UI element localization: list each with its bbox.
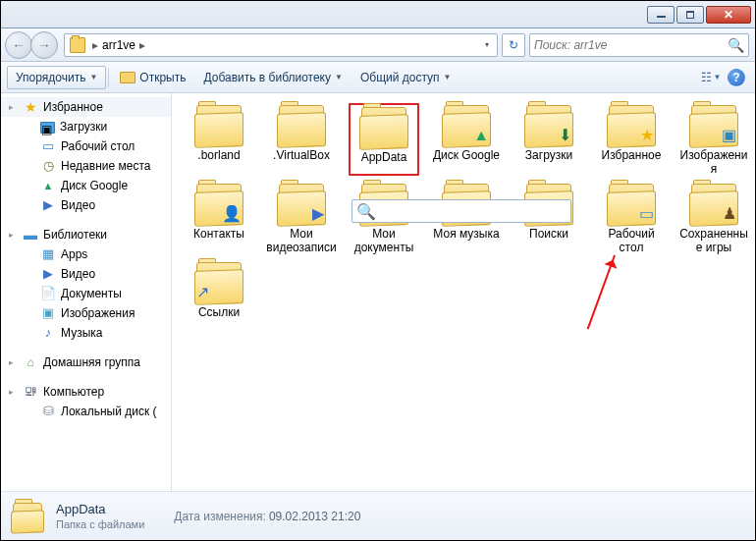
folder-item[interactable]: 👤Контакты [184,182,254,254]
tree-item[interactable]: ⛁Локальный диск ( [1,402,171,421]
folder-item[interactable]: ★Избранное [596,103,667,176]
expand-icon[interactable]: ▸ [7,103,16,112]
status-sub: Папка с файлами [56,518,144,530]
folder-item[interactable]: ▣Изображения [678,103,749,176]
open-button[interactable]: Открыть [111,66,194,89]
back-button[interactable]: ← [5,31,32,59]
overlay-icon: ⬇ [559,126,571,144]
organize-button[interactable]: Упорядочить ▼ [7,66,106,89]
address-dropdown-icon[interactable]: ▾ [479,40,495,49]
folder-item[interactable]: 🔍Поиски [513,182,584,254]
tree-label: Изображения [61,306,135,320]
tree-homegroup[interactable]: ▸ ⌂ Домашняя группа [1,352,171,372]
app-icon: ▦ [40,246,56,262]
folder-label: Сохраненные игры [678,227,749,254]
refresh-button[interactable]: ↻ [502,33,525,57]
minimize-icon [657,16,666,18]
refresh-icon: ↻ [509,38,518,52]
tree-item[interactable]: ▣Изображения [1,303,171,323]
overlay-icon: ▶ [312,204,324,223]
tree-label: Рабочий стол [61,139,135,153]
search-box[interactable]: 🔍 [529,33,749,57]
tree-label: Избранное [43,100,103,114]
help-icon: ? [732,71,739,84]
folder-item[interactable]: ↗Ссылки [184,260,254,319]
tree-item[interactable]: ▶Видео [1,195,171,215]
dropdown-icon: ▼ [714,73,722,81]
folder-label: Загрузки [513,148,584,162]
tree-favorites[interactable]: ▸ ★ Избранное [1,97,171,117]
status-name: AppData [56,502,144,516]
separator [108,68,109,87]
folder-item[interactable]: ♟Сохраненные игры [678,182,749,254]
navigation-pane[interactable]: ▸ ★ Избранное ▣Загрузки▭Рабочий стол◷Нед… [1,93,172,491]
tree-item[interactable]: ▲Диск Google [1,176,171,195]
overlay-icon: ▣ [722,126,736,144]
computer-icon: 🖳 [23,384,38,400]
folder-item[interactable]: ▲Диск Google [431,103,502,176]
tree-label: Недавние места [61,159,150,173]
details-pane: AppData Папка с файлами Дата изменения: … [1,491,755,540]
tree-label: Видео [61,267,95,281]
tree-item[interactable]: ▦Apps [1,244,171,264]
folder-label: Диск Google [431,148,502,162]
tree-item[interactable]: ▣Загрузки [1,117,171,136]
expand-icon[interactable]: ▸ [7,388,16,397]
folder-icon [357,105,410,148]
tree-item[interactable]: 📄Документы [1,284,171,303]
clock-icon: ◷ [40,158,56,174]
minimize-button[interactable] [647,6,675,24]
folder-item[interactable]: .VirtualBox [266,103,337,176]
vid-icon: ▶ [40,197,56,213]
add-to-library-label: Добавить в библиотеку [203,71,331,84]
folder-label: Моя музыка [431,227,502,241]
folder-item[interactable]: ⬇Загрузки [513,103,584,176]
desk-icon: ▭ [40,138,56,154]
folder-open-icon [120,72,135,83]
tree-label: Загрузки [60,120,107,134]
tree-item[interactable]: ♪Музыка [1,323,171,343]
libraries-icon: ▬ [23,227,38,243]
tree-item[interactable]: ▭Рабочий стол [1,136,171,156]
close-icon: ✕ [724,8,733,22]
drive-icon: ⛁ [40,404,56,419]
search-input[interactable] [534,38,728,52]
add-to-library-button[interactable]: Добавить в библиотеку ▼ [194,66,351,89]
tree-label: Домашняя группа [43,355,140,369]
overlay-icon: ▭ [639,204,654,223]
address-bar[interactable]: ▸ arr1ve ▸ ▾ [64,33,498,57]
search-icon: 🔍 [728,37,744,53]
tree-label: Apps [61,247,87,261]
help-button[interactable]: ? [728,69,745,86]
folder-item[interactable]: ▭Рабочий стол [596,182,667,254]
tree-label: Локальный диск ( [61,405,157,418]
tree-item[interactable]: ▶Видео [1,264,171,284]
homegroup-icon: ⌂ [23,354,38,370]
view-button[interactable]: ☷▼ [698,66,724,89]
arrow-right-icon: → [37,37,51,53]
folder-label: Рабочий стол [596,227,667,254]
forward-button[interactable]: → [30,31,58,59]
folder-icon: ▣ [40,122,55,134]
breadcrumb-folder[interactable]: arr1ve [102,38,135,52]
folder-item[interactable]: ▶Мои видеозаписи [266,182,337,254]
tree-computer[interactable]: ▸ 🖳 Компьютер [1,382,171,402]
dropdown-icon: ▼ [444,73,452,81]
close-button[interactable]: ✕ [706,6,751,24]
expand-icon[interactable]: ▸ [7,358,16,367]
folder-icon [192,103,245,146]
folder-label: .borland [184,148,254,162]
overlay-icon: 🔍 [351,199,571,223]
folder-label: .VirtualBox [266,148,337,162]
share-button[interactable]: Общий доступ ▼ [351,66,460,89]
file-list[interactable]: .borland.VirtualBoxAppData▲Диск Google⬇З… [172,93,755,491]
folder-item[interactable]: .borland [184,103,254,176]
tree-label: Библиотеки [43,228,107,242]
folder-item[interactable]: AppData [349,103,419,176]
tree-libraries[interactable]: ▸ ▬ Библиотеки [1,225,171,244]
breadcrumb-sep: ▸ [88,38,102,52]
expand-icon[interactable]: ▸ [7,231,16,240]
maximize-button[interactable] [676,6,704,24]
tree-label: Диск Google [61,179,128,192]
tree-item[interactable]: ◷Недавние места [1,156,171,176]
